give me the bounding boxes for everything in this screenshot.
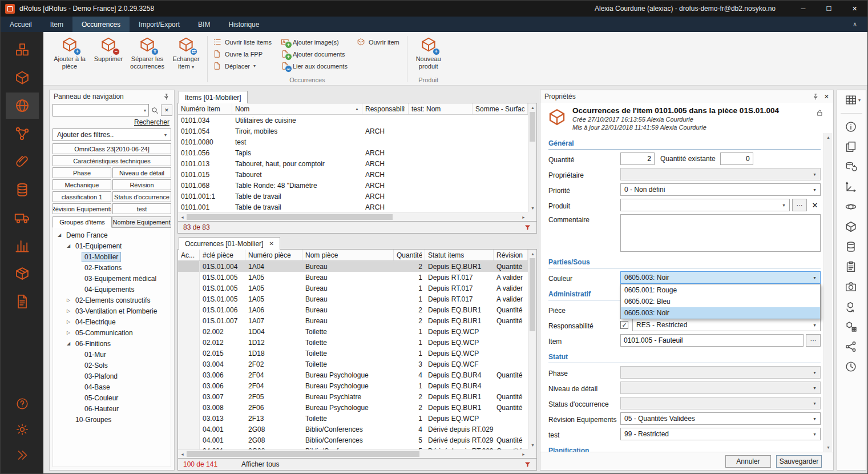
systems-module-icon[interactable]: [6, 120, 39, 147]
item-input[interactable]: [620, 334, 804, 347]
tree-item-06-finitions[interactable]: ◢06-Finitions: [53, 338, 171, 349]
statistics-module-icon[interactable]: [6, 232, 39, 259]
close-tab-icon[interactable]: ✕: [269, 240, 273, 247]
chevron-down-icon[interactable]: ▾: [144, 108, 146, 113]
tree-item-02-sols[interactable]: 02-Sols: [53, 360, 171, 371]
dropdown-option-0605-003-noir[interactable]: 0605.003: Noir: [621, 307, 820, 319]
table-row[interactable]: 04.0012G08Biblio/Conferences5Dérivé depu…: [178, 435, 528, 445]
table-row[interactable]: 0101.034Utilitaires de cuisine: [178, 115, 528, 126]
items-vertical-scrollbar[interactable]: ▲ ▼: [528, 103, 536, 212]
tree-item-03-equipement-m-dical[interactable]: 03-Equipement médical: [53, 273, 171, 284]
nav-tab-groupes-d-items[interactable]: Groupes d'items: [53, 216, 112, 228]
product-clear-icon[interactable]: ✕: [809, 199, 821, 211]
dropdown-option-0605-001-rouge[interactable]: 0605.001: Rouge: [621, 284, 820, 296]
rechercher-link[interactable]: Rechercher: [134, 118, 169, 126]
search-icon[interactable]: [151, 106, 159, 115]
table-row[interactable]: 01S.01.0071A07Bureau2Depuis EQ.BUR1Quant…: [178, 315, 528, 326]
tree-item-demo-france[interactable]: ◢Demo France: [53, 230, 171, 240]
table-row[interactable]: 04.0012G08Biblio/Conferences5Dérivé depu…: [178, 445, 528, 449]
scroll-left-icon[interactable]: ◄: [178, 213, 187, 222]
menu-accueil[interactable]: Accueil: [1, 17, 41, 32]
column-header-quantit[interactable]: Quantité: [394, 250, 425, 260]
column-header-r-vision[interactable]: Révision: [494, 250, 528, 260]
database-icon[interactable]: [845, 240, 858, 254]
pin-icon[interactable]: [812, 93, 819, 101]
products-module-icon[interactable]: [6, 65, 39, 91]
layout-grid-icon[interactable]: ▾: [845, 93, 858, 107]
logistics-module-icon[interactable]: [6, 204, 39, 231]
table-row[interactable]: 01S.01.0061A06Bureau2Depuis EQ.BUR1Quant…: [178, 304, 528, 315]
occurrences-vertical-scrollbar[interactable]: ▲ ▼: [528, 250, 536, 449]
ribbon-ouvrir-liste-items-button[interactable]: Ouvrir liste items: [213, 38, 272, 46]
table-row[interactable]: 03.0062F04Bureau Psychologue1Depuis EQ.B…: [178, 380, 528, 391]
column-header-somme-surfac[interactable]: Somme - Surfac: [473, 103, 528, 114]
tree-item-02-elements-constructifs[interactable]: ▷02-Elements constructifs: [53, 295, 171, 306]
dropdown-option-0605-002-bleu[interactable]: 0605.002: Bleu: [621, 296, 820, 307]
clear-search-button[interactable]: ✕: [161, 105, 172, 116]
rooms-module-icon[interactable]: [6, 93, 39, 119]
pin-icon[interactable]: [163, 93, 170, 101]
settings-gear-icon[interactable]: [6, 417, 39, 441]
filter-button-niveau-de-d-tail[interactable]: Niveau de détail: [112, 167, 171, 178]
filter-button-omniclass-23-2010-06-24[interactable]: OmniClass 23[2010-06-24]: [53, 143, 171, 154]
collapse-icon[interactable]: ◢: [64, 243, 72, 248]
scroll-right-icon[interactable]: ►: [519, 450, 528, 459]
quantity-input[interactable]: [620, 152, 655, 165]
column-header-num-ro-item[interactable]: Numéro item: [178, 103, 232, 114]
tree-item-10-groupes[interactable]: 10-Groupes: [53, 414, 171, 425]
history-clock-icon[interactable]: [845, 360, 858, 373]
orbit-cube-icon[interactable]: [845, 200, 858, 214]
ribbon-s-parer-les-occurrences-button[interactable]: YSéparer les occurrences: [128, 33, 167, 70]
table-row[interactable]: 03.0082F06Bureau Psychologue2Depuis EQ.B…: [178, 402, 528, 413]
scroll-up-icon[interactable]: ▲: [528, 103, 537, 112]
owner-select[interactable]: ▾: [620, 168, 821, 180]
tree-item-03-ventilation-et-plomberie[interactable]: ▷03-Ventilation et Plomberie: [53, 306, 171, 316]
close-button[interactable]: ✕: [842, 1, 867, 17]
filter-button-caract-ristiques-techniques[interactable]: Caractéristiques techniques: [53, 155, 171, 166]
responsibility-select[interactable]: RES - Restricted▾: [632, 319, 821, 331]
ribbon-ajouter-la-pi-ce-button[interactable]: +Ajouter à la pièce: [50, 33, 89, 70]
tree-item-04-equipements[interactable]: 04-Equipements: [53, 284, 171, 295]
scroll-down-icon[interactable]: ▼: [528, 441, 537, 449]
ribbon-supprimer-button[interactable]: −Supprimer: [89, 33, 128, 63]
tree-item-03-plafond[interactable]: 03-Plafond: [53, 371, 171, 381]
table-row[interactable]: 02.0151D18Toilette1Depuis EQ.WCP: [178, 348, 528, 359]
ribbon-lier-aux-documents-button[interactable]: ∞Lier aux documents: [281, 62, 348, 70]
cube-icon[interactable]: [845, 220, 858, 234]
table-row[interactable]: 0101.054Tiroir, mobilesARCH: [178, 126, 528, 136]
table-row[interactable]: 0101.068Table Ronde: 48 "DiamètreARCH: [178, 180, 528, 191]
ribbon-d-placer-button[interactable]: Déplacer▾: [213, 62, 272, 70]
filter-indicator-icon[interactable]: [524, 461, 531, 468]
table-row[interactable]: 0101.015TabouretARCH: [178, 169, 528, 180]
cube-refresh-icon[interactable]: [845, 300, 858, 314]
comment-textarea[interactable]: [620, 214, 821, 252]
test-select[interactable]: 99 - Restricted▾: [620, 428, 821, 440]
collapse-icon[interactable]: ◢: [64, 341, 72, 346]
lock-icon[interactable]: [815, 109, 824, 117]
column-header-responsabilit[interactable]: Responsabilité: [362, 103, 409, 114]
priority-select[interactable]: 0 - Non défini▾: [620, 183, 821, 196]
add-filters-button[interactable]: Ajouter des filtres.. ▾: [53, 128, 171, 141]
camera-icon[interactable]: [845, 280, 858, 294]
table-row[interactable]: 01S.01.0051A05Bureau1Depuis RT.017A vali…: [178, 272, 528, 283]
tab-occurrences[interactable]: Occurrences [01-Mobilier] ✕: [179, 237, 280, 250]
tree-item-01-mur[interactable]: 01-Mur: [53, 349, 171, 360]
table-row[interactable]: 03.0072F05Bureau Psychiatre2Depuis EQ.BU…: [178, 391, 528, 402]
table-row[interactable]: 03.0132F13Toilette1Depuis EQ.WCP: [178, 413, 528, 424]
expand-rail-icon[interactable]: [6, 443, 39, 467]
nav-tab-nombre-equipement[interactable]: Nombre Equipement: [112, 216, 171, 228]
responsibility-checkbox[interactable]: ✓: [620, 321, 628, 329]
filter-button-r-vision-equipements[interactable]: Révision Equipements: [53, 203, 111, 214]
share-nodes-icon[interactable]: [845, 340, 858, 354]
scroll-right-icon[interactable]: ►: [519, 213, 528, 222]
table-row[interactable]: 0101.013Tabouret, haut, pour comptoirARC…: [178, 158, 528, 169]
item-browse-button[interactable]: ···: [806, 334, 821, 347]
cube-grid-icon[interactable]: [845, 320, 858, 334]
product-browse-button[interactable]: ···: [792, 199, 807, 211]
column-header-nom[interactable]: Nom▲: [232, 103, 362, 114]
expand-icon[interactable]: ▷: [64, 298, 72, 303]
table-row[interactable]: 04.0012G08Biblio/Conferences4Dérivé depu…: [178, 424, 528, 435]
filter-button-classification-1[interactable]: classification 1: [53, 191, 111, 202]
maximize-button[interactable]: ☐: [816, 1, 842, 17]
table-row[interactable]: 01S.01.0051A05Bureau1Depuis RT.017A vali…: [178, 283, 528, 294]
